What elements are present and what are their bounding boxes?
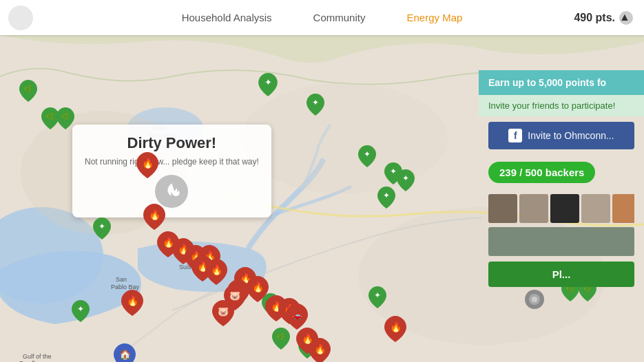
popup-icon	[155, 175, 188, 208]
marker-green-leaf2[interactable]: 🌿	[56, 107, 74, 132]
backers-badge: 239 / 500 backers	[488, 162, 595, 183]
marker-red-1[interactable]: 🔥	[143, 204, 165, 233]
svg-text:🔥: 🔥	[127, 295, 139, 307]
facebook-icon: f	[508, 129, 522, 142]
svg-text:✦: ✦	[77, 304, 84, 314]
points-display: 490 pts. ▲	[574, 11, 633, 25]
backer-photo-4	[581, 194, 610, 223]
svg-text:✦: ✦	[264, 77, 272, 87]
side-panel: Earn up to 5,000 points fo Invite your f…	[479, 70, 644, 292]
svg-text:✦: ✦	[364, 149, 371, 159]
backer-photo-2	[519, 194, 548, 223]
map-popup: Dirty Power! Not running right now... pl…	[72, 125, 271, 217]
svg-point-54	[532, 297, 537, 302]
backers-photos	[488, 194, 634, 223]
backer-photo-6	[488, 227, 634, 256]
marker-green-lower2[interactable]: ✦	[72, 300, 90, 325]
svg-text:🔥: 🔥	[390, 321, 402, 333]
marker-green-far1[interactable]: ✦	[368, 286, 386, 311]
svg-text:🌿: 🌿	[45, 111, 55, 121]
invite-text: Invite your friends to participate!	[479, 95, 644, 116]
marker-green-sun5[interactable]: ✦	[397, 169, 415, 194]
marker-red-bottom1[interactable]: 🔥	[121, 290, 143, 319]
facebook-invite-button[interactable]: f Invite to Ohmconn...	[488, 122, 634, 149]
svg-text:✦: ✦	[383, 191, 390, 200]
marker-animal-2[interactable]: 🐷	[224, 284, 246, 313]
marker-green-sun6[interactable]: ✦	[377, 187, 395, 211]
svg-text:🌿: 🌿	[23, 84, 33, 94]
header: Household Analysis Community Energy Map …	[0, 0, 644, 35]
earn-banner: Earn up to 5,000 points fo	[479, 70, 644, 95]
points-icon: ▲	[619, 11, 633, 25]
svg-text:🚗: 🚗	[292, 310, 302, 320]
marker-red-b3[interactable]: 🔥	[309, 338, 331, 362]
main-nav: Household Analysis Community Energy Map	[0, 0, 644, 35]
logo	[8, 6, 33, 30]
fb-button-label: Invite to Ohmconn...	[528, 130, 614, 141]
svg-text:✦: ✦	[402, 173, 409, 183]
svg-text:✦: ✦	[374, 290, 381, 300]
backer-photo-3	[550, 194, 579, 223]
marker-red-top[interactable]: 🔥	[136, 152, 158, 181]
backer-photo-5	[612, 194, 634, 223]
svg-text:🔥: 🔥	[252, 281, 264, 293]
svg-text:🔥: 🔥	[149, 209, 161, 221]
marker-green[interactable]: 🌿	[19, 80, 37, 105]
map-container[interactable]: Gulf of the Farallones Marine Sanctuary …	[0, 35, 644, 362]
tab-community[interactable]: Community	[293, 0, 386, 35]
backer-photo-1	[488, 194, 517, 223]
svg-text:🔥: 🔥	[142, 158, 154, 169]
points-value: 490 pts.	[574, 12, 615, 24]
marker-green-lower1[interactable]: ✦	[93, 217, 111, 242]
marker-red-7[interactable]: 🔥	[205, 259, 227, 288]
svg-text:San: San	[116, 276, 127, 283]
svg-text:🏠: 🏠	[119, 349, 132, 361]
tab-household-analysis[interactable]: Household Analysis	[161, 0, 293, 35]
popup-subtitle: Not running right now... pledge keep it …	[85, 156, 259, 168]
marker-green-home[interactable]: 🏠	[114, 343, 136, 362]
marker-green-sun2[interactable]: ✦	[307, 94, 324, 118]
svg-text:🔥: 🔥	[211, 264, 223, 276]
svg-text:✦: ✦	[312, 98, 319, 107]
marker-green-sun3[interactable]: ✦	[358, 145, 376, 170]
svg-text:🌿: 🌿	[61, 111, 70, 121]
svg-point-4	[241, 83, 448, 193]
svg-text:✦: ✦	[98, 222, 105, 231]
tab-energy-map[interactable]: Energy Map	[386, 0, 483, 35]
svg-text:Gulf of the: Gulf of the	[23, 353, 52, 360]
marker-red-mid[interactable]: 🔥	[384, 316, 406, 345]
svg-text:✦: ✦	[390, 167, 397, 176]
pledge-button[interactable]: Pl...	[488, 262, 634, 287]
popup-title: Dirty Power!	[85, 134, 259, 152]
svg-text:🐷: 🐷	[229, 290, 241, 301]
marker-green-sun[interactable]: ✦	[258, 73, 278, 99]
svg-text:🌿: 🌿	[276, 332, 286, 341]
svg-text:🔥: 🔥	[314, 343, 326, 355]
